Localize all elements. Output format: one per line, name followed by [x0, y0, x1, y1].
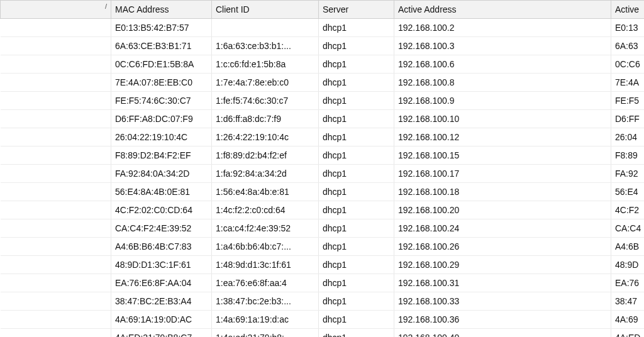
cell-blank — [1, 292, 111, 311]
cell-server: dhcp1 — [319, 256, 394, 274]
cell-active: FE:F5 — [611, 92, 645, 110]
cell-active: 7E:4A — [611, 74, 645, 92]
table-body: E0:13:B5:42:B7:57dhcp1192.168.100.2E0:13… — [1, 19, 645, 338]
cell-mac-address: 0C:C6:FD:E1:5B:8A — [111, 55, 212, 74]
cell-active: CA:C4 — [611, 219, 645, 238]
cell-mac-address: 4C:F2:02:C0:CD:64 — [111, 201, 212, 219]
cell-blank — [1, 37, 111, 55]
cell-mac-address: 4A:ED:21:79:B8:C7 — [111, 329, 212, 338]
sort-indicator-icon: / — [105, 3, 107, 10]
table-row[interactable]: 26:04:22:19:10:4C1:26:4:22:19:10:4cdhcp1… — [1, 128, 645, 146]
cell-active-address: 192.168.100.18 — [394, 183, 611, 201]
table-row[interactable]: 56:E4:8A:4B:0E:811:56:e4:8a:4b:e:81dhcp1… — [1, 183, 645, 201]
cell-mac-address: 56:E4:8A:4B:0E:81 — [111, 183, 212, 201]
table-row[interactable]: F8:89:D2:B4:F2:EF1:f8:89:d2:b4:f2:efdhcp… — [1, 146, 645, 165]
cell-server: dhcp1 — [319, 238, 394, 256]
cell-blank — [1, 165, 111, 183]
cell-blank — [1, 146, 111, 165]
cell-server: dhcp1 — [319, 128, 394, 146]
table-row[interactable]: D6:FF:A8:DC:07:F91:d6:ff:a8:dc:7:f9dhcp1… — [1, 110, 645, 128]
cell-client-id: 1:d6:ff:a8:dc:7:f9 — [212, 110, 319, 128]
col-label: Client ID — [216, 4, 250, 14]
cell-active-address: 192.168.100.6 — [394, 55, 611, 74]
table-row[interactable]: 48:9D:D1:3C:1F:611:48:9d:d1:3c:1f:61dhcp… — [1, 256, 645, 274]
cell-client-id — [212, 19, 319, 37]
table-row[interactable]: E0:13:B5:42:B7:57dhcp1192.168.100.2E0:13 — [1, 19, 645, 37]
cell-active: F8:89 — [611, 146, 645, 165]
table-row[interactable]: 4C:F2:02:C0:CD:641:4c:f2:2:c0:cd:64dhcp1… — [1, 201, 645, 219]
cell-client-id: 1:26:4:22:19:10:4c — [212, 128, 319, 146]
cell-server: dhcp1 — [319, 311, 394, 329]
cell-server: dhcp1 — [319, 19, 394, 37]
cell-server: dhcp1 — [319, 110, 394, 128]
col-client-id[interactable]: Client ID — [212, 1, 319, 19]
table-row[interactable]: 4A:69:1A:19:0D:AC1:4a:69:1a:19:d:acdhcp1… — [1, 311, 645, 329]
col-sort[interactable]: / — [1, 1, 111, 19]
cell-active-address: 192.168.100.31 — [394, 274, 611, 292]
cell-blank — [1, 329, 111, 338]
cell-client-id: 1:ea:76:e6:8f:aa:4 — [212, 274, 319, 292]
cell-blank — [1, 238, 111, 256]
table-row[interactable]: EA:76:E6:8F:AA:041:ea:76:e6:8f:aa:4dhcp1… — [1, 274, 645, 292]
col-label: Active — [615, 4, 639, 14]
cell-server: dhcp1 — [319, 201, 394, 219]
cell-active-address: 192.168.100.33 — [394, 292, 611, 311]
cell-client-id: 1:fa:92:84:a:34:2d — [212, 165, 319, 183]
cell-active: 38:47 — [611, 292, 645, 311]
cell-active-address: 192.168.100.17 — [394, 165, 611, 183]
table-row[interactable]: A4:6B:B6:4B:C7:831:a4:6b:b6:4b:c7:...dhc… — [1, 238, 645, 256]
cell-active-address: 192.168.100.9 — [394, 92, 611, 110]
cell-mac-address: 26:04:22:19:10:4C — [111, 128, 212, 146]
dhcp-leases-table[interactable]: / MAC Address Client ID Server Active Ad… — [0, 0, 644, 337]
cell-active: D6:FF — [611, 110, 645, 128]
table-row[interactable]: 4A:ED:21:79:B8:C71:4a:ed:21:79:b8:...dhc… — [1, 329, 645, 338]
col-active-address[interactable]: Active Address — [394, 1, 611, 19]
cell-blank — [1, 128, 111, 146]
table-row[interactable]: FE:F5:74:6C:30:C71:fe:f5:74:6c:30:c7dhcp… — [1, 92, 645, 110]
table-row[interactable]: 6A:63:CE:B3:B1:711:6a:63:ce:b3:b1:...dhc… — [1, 37, 645, 55]
table-row[interactable]: 7E:4A:07:8E:EB:C01:7e:4a:7:8e:eb:c0dhcp1… — [1, 74, 645, 92]
cell-client-id: 1:7e:4a:7:8e:eb:c0 — [212, 74, 319, 92]
cell-server: dhcp1 — [319, 183, 394, 201]
cell-client-id: 1:6a:63:ce:b3:b1:... — [212, 37, 319, 55]
table-header: / MAC Address Client ID Server Active Ad… — [1, 1, 645, 19]
cell-mac-address: FE:F5:74:6C:30:C7 — [111, 92, 212, 110]
cell-client-id: 1:a4:6b:b6:4b:c7:... — [212, 238, 319, 256]
col-active[interactable]: Active — [611, 1, 645, 19]
cell-server: dhcp1 — [319, 165, 394, 183]
cell-blank — [1, 311, 111, 329]
cell-blank — [1, 256, 111, 274]
cell-active-address: 192.168.100.24 — [394, 219, 611, 238]
cell-active: 0C:C6 — [611, 55, 645, 74]
cell-active-address: 192.168.100.8 — [394, 74, 611, 92]
col-label: Server — [323, 4, 348, 14]
cell-active: FA:92 — [611, 165, 645, 183]
table-row[interactable]: 0C:C6:FD:E1:5B:8A1:c:c6:fd:e1:5b:8adhcp1… — [1, 55, 645, 74]
cell-active: 4A:69 — [611, 311, 645, 329]
cell-client-id: 1:ca:c4:f2:4e:39:52 — [212, 219, 319, 238]
cell-active-address: 192.168.100.40 — [394, 329, 611, 338]
cell-active-address: 192.168.100.36 — [394, 311, 611, 329]
cell-active: 56:E4 — [611, 183, 645, 201]
cell-active-address: 192.168.100.15 — [394, 146, 611, 165]
cell-mac-address: FA:92:84:0A:34:2D — [111, 165, 212, 183]
table-row[interactable]: CA:C4:F2:4E:39:521:ca:c4:f2:4e:39:52dhcp… — [1, 219, 645, 238]
cell-client-id: 1:f8:89:d2:b4:f2:ef — [212, 146, 319, 165]
table-row[interactable]: 38:47:BC:2E:B3:A41:38:47:bc:2e:b3:...dhc… — [1, 292, 645, 311]
cell-server: dhcp1 — [319, 74, 394, 92]
cell-mac-address: D6:FF:A8:DC:07:F9 — [111, 110, 212, 128]
col-label: Active Address — [398, 4, 457, 14]
col-server[interactable]: Server — [319, 1, 394, 19]
table-row[interactable]: FA:92:84:0A:34:2D1:fa:92:84:a:34:2ddhcp1… — [1, 165, 645, 183]
cell-active: E0:13 — [611, 19, 645, 37]
cell-mac-address: 4A:69:1A:19:0D:AC — [111, 311, 212, 329]
cell-active-address: 192.168.100.2 — [394, 19, 611, 37]
cell-mac-address: 48:9D:D1:3C:1F:61 — [111, 256, 212, 274]
cell-server: dhcp1 — [319, 37, 394, 55]
cell-mac-address: A4:6B:B6:4B:C7:83 — [111, 238, 212, 256]
cell-server: dhcp1 — [319, 219, 394, 238]
col-mac-address[interactable]: MAC Address — [111, 1, 212, 19]
cell-client-id: 1:c:c6:fd:e1:5b:8a — [212, 55, 319, 74]
cell-server: dhcp1 — [319, 92, 394, 110]
cell-client-id: 1:4c:f2:2:c0:cd:64 — [212, 201, 319, 219]
